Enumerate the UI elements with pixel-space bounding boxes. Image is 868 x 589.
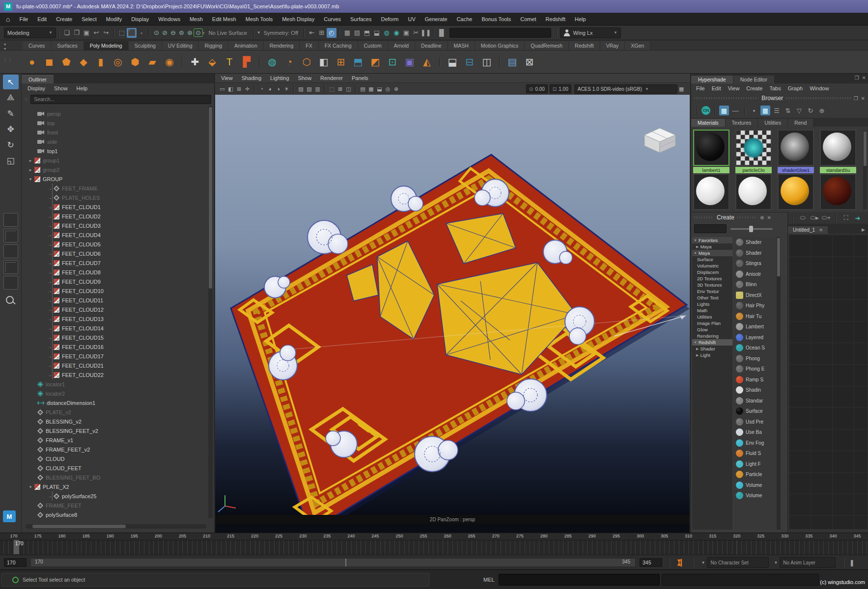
viewport-menu-view[interactable]: View <box>221 75 233 81</box>
pin-browser-icon[interactable]: ⊕ <box>817 106 827 115</box>
shelf-tab-poly-modeling[interactable]: Poly Modeling <box>84 41 129 50</box>
material-swatch-slot-7[interactable] <box>820 174 856 211</box>
viewport-menu-panels[interactable]: Panels <box>352 75 368 81</box>
input-operations-icon[interactable]: ⇤ <box>307 28 317 38</box>
vp-resolution-gate-icon[interactable]: ▤ <box>359 85 367 93</box>
vp-select-icon[interactable]: ▭ <box>218 85 226 93</box>
shelf-icon-disc[interactable]: ◉ <box>162 54 177 69</box>
outliner-item-FEET_CLOUD7[interactable]: →FEET_CLOUD7 <box>22 258 207 268</box>
outliner-menu-help[interactable]: Help <box>77 85 88 91</box>
shelf-icon-bridge[interactable]: ◧ <box>316 54 331 69</box>
create-category-favorites[interactable]: ▼Favorites <box>692 237 732 243</box>
new-scene-icon[interactable]: ❏ <box>62 28 72 38</box>
shader-item-volume-23[interactable]: Volume <box>734 480 781 491</box>
range-slider-track[interactable]: 170 345 <box>30 558 636 567</box>
outliner-tab[interactable]: Outliner <box>22 75 54 83</box>
shader-list-scrollbar[interactable] <box>777 237 781 530</box>
outliner-item-locator2[interactable]: locator2 <box>22 389 207 398</box>
sort-icon[interactable]: ⇅ <box>783 106 793 115</box>
create-category-3d-textures[interactable]: 3D Textures <box>692 282 732 288</box>
create-category-math[interactable]: Math <box>692 307 732 314</box>
shelf-tab-curves[interactable]: Curves <box>23 41 51 50</box>
viewport-menu-lighting[interactable]: Lighting <box>270 75 289 81</box>
vp-isolate-icon[interactable]: ⬚ <box>328 85 336 93</box>
shader-item-phong-e-12[interactable]: Phong E <box>734 364 781 375</box>
node-graph-grid[interactable] <box>789 235 868 529</box>
playback-options-icon[interactable]: ❚ <box>847 558 857 567</box>
tab-node-editor[interactable]: Node Editor <box>733 76 775 83</box>
mel-command-input[interactable] <box>499 574 660 586</box>
outliner-item-polySurface8[interactable]: polySurface8 <box>22 510 207 519</box>
vp-lights-icon[interactable]: ☀ <box>282 85 291 93</box>
create-category-light[interactable]: ▶Light <box>692 352 732 358</box>
paint-select-tool[interactable]: ✎ <box>3 106 19 121</box>
outliner-item-FRAME_FEET_v2[interactable]: FRAME_FEET_v2 <box>22 445 207 454</box>
pause-viewport-icon[interactable]: ❚❚ <box>421 28 431 38</box>
move-tool[interactable]: ✥ <box>3 122 19 136</box>
quick-search-field[interactable] <box>449 28 551 38</box>
outliner-item-FEET_CLOUD6[interactable]: →FEET_CLOUD6 <box>22 249 207 258</box>
hypershade-menu-graph[interactable]: Graph <box>788 85 803 91</box>
vp-xray-icon[interactable]: ⊠ <box>336 85 344 93</box>
show-swatches-icon[interactable]: ▩ <box>719 106 729 115</box>
construction-history-icon[interactable]: ⊞ <box>317 28 327 38</box>
shelf-tab-animation[interactable]: Animation <box>228 41 264 50</box>
shelf-icon-polyhedron[interactable]: ⬟ <box>59 54 74 69</box>
shelf-tab-sculpting[interactable]: Sculpting <box>129 41 162 50</box>
ipr-render-icon[interactable]: ⬓ <box>372 28 382 38</box>
shader-item-anisotr-3[interactable]: Anisotr <box>734 269 781 280</box>
menu-display[interactable]: Display <box>131 16 149 22</box>
outliner-item-side[interactable]: side <box>22 137 207 146</box>
menu-generate[interactable]: Generate <box>425 16 448 22</box>
vp-field-chart-icon[interactable]: ◎ <box>384 85 392 93</box>
shader-item-layered-9[interactable]: Layered <box>734 332 781 343</box>
snap-curve-icon[interactable]: ⊘ <box>161 29 169 36</box>
small-swatch-icon[interactable]: ▪ <box>749 106 759 115</box>
outliner-item-top1[interactable]: top1 <box>22 146 207 156</box>
swatch-size-icon[interactable]: — <box>730 106 740 115</box>
layout-hypershade-button[interactable] <box>3 276 18 290</box>
create-category-maya[interactable]: ▼Maya <box>692 250 732 256</box>
outliner-item-FEET_CLOUD10[interactable]: →FEET_CLOUD10 <box>22 286 207 295</box>
view-transform-dropdown[interactable]: ACES 1.0 SDR-video (sRGB)▼ <box>574 84 677 94</box>
menu-help[interactable]: Help <box>575 16 586 22</box>
shader-item-light-f-21[interactable]: Light F <box>734 459 781 470</box>
layout-single-pane-button[interactable] <box>3 213 18 227</box>
vp-ao-icon[interactable]: ▧ <box>305 85 313 93</box>
browser-close-icon[interactable]: ✕ <box>861 96 865 101</box>
vp-grid-icon[interactable]: ⊞ <box>235 85 243 93</box>
shelf-tab-mash[interactable]: MASH <box>448 41 475 50</box>
outliner-item-BLESSING_FEET_BO[interactable]: BLESSING_FEET_BO <box>22 473 207 482</box>
mel-toggle[interactable]: MEL <box>483 577 495 583</box>
shelf-tab-rendering[interactable]: Rendering <box>264 41 300 50</box>
layout-persp-outliner-button[interactable] <box>3 244 18 258</box>
outliner-item-FEET_CLOUD15[interactable]: →FEET_CLOUD15 <box>22 333 207 342</box>
create-category-utilities[interactable]: Utilities <box>692 314 732 320</box>
menu-surfaces[interactable]: Surfaces <box>350 16 371 22</box>
swatch-render-on-icon[interactable]: ON <box>701 106 710 115</box>
outliner-item-persp[interactable]: persp <box>22 109 207 118</box>
shelf-icon-crease[interactable]: ◔ <box>282 54 297 69</box>
maya-workspace-badge[interactable]: M <box>3 510 16 522</box>
shader-item-shadin-14[interactable]: Shadin <box>734 385 781 396</box>
home-icon[interactable]: ⌂ <box>6 15 10 23</box>
outliner-item-top[interactable]: top <box>22 118 207 128</box>
shelf-menu-icon[interactable]: ▾▾ <box>4 42 6 51</box>
menu-curves[interactable]: Curves <box>324 16 341 22</box>
outliner-item-distanceDimension1[interactable]: distanceDimension1 <box>22 398 207 407</box>
browser-float-icon[interactable]: ❐ <box>854 96 858 101</box>
outliner-item-FEET_CLOUD12[interactable]: →FEET_CLOUD12 <box>22 305 207 314</box>
shelf-tab-fx-caching[interactable]: FX Caching <box>319 41 358 50</box>
vp-lock-icon[interactable]: ◧ <box>226 85 235 93</box>
time-slider[interactable]: 1701751801851901952002052102152202252302… <box>0 533 868 555</box>
lasso-tool[interactable]: ⟁ <box>3 90 19 105</box>
outliner-item-PLATE_HOLES[interactable]: →PLATE_HOLES <box>22 193 207 202</box>
outliner-item-FEET_CLOUD8[interactable]: →FEET_CLOUD8 <box>22 268 207 277</box>
snap-live-icon[interactable]: ⊙ <box>194 29 202 36</box>
shader-item-use-ba-18[interactable]: Use Ba <box>734 427 781 438</box>
create-category-volumetric[interactable]: Volumetric <box>692 263 732 269</box>
redo-icon[interactable]: ↪ <box>101 28 111 38</box>
render-sequence-icon[interactable]: ⬒ <box>362 28 372 38</box>
hypershade-menu-edit[interactable]: Edit <box>712 85 721 91</box>
shader-item-ramp-s-13[interactable]: Ramp S <box>734 375 781 385</box>
